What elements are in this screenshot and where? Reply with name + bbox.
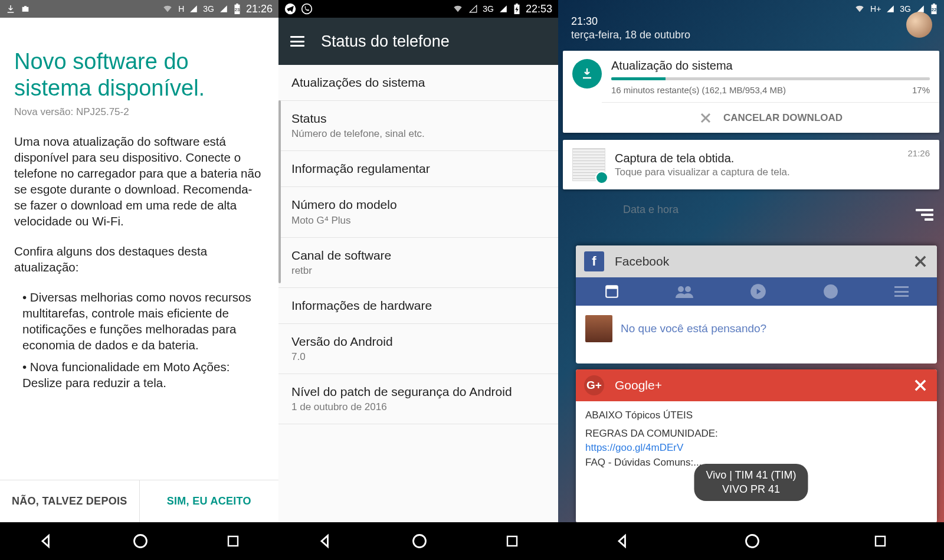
wifi-icon [854,4,866,14]
svg-point-3 [134,535,146,548]
setting-item[interactable]: Versão do Android7.0 [278,324,558,374]
panel-notification-shade: H+ 3G 22 21:30 terça-feira, 18 de outubr… [558,0,944,560]
nav-recents-icon[interactable] [505,534,519,548]
setting-subtitle: retbr [291,265,545,277]
signal-label: 3G [483,4,494,14]
nav-back-icon[interactable] [38,533,55,549]
svg-rect-8 [516,4,518,5]
svg-point-20 [746,535,758,548]
shade-drag-handle[interactable] [916,209,933,222]
setting-title: Informação regulamentar [291,162,545,176]
status-bar: H 3G 23 21:26 [0,0,278,18]
setting-item[interactable]: Atualizações do sistema [278,65,558,101]
setting-title: Atualizações do sistema [291,76,545,90]
update-desc-1: Uma nova atualização do software está di… [14,133,264,229]
update-title: Novo software do sistema disponível. [14,48,264,101]
update-desc-2: Confira alguns dos destaques desta atual… [14,243,264,275]
accept-button[interactable]: SIM, EU ACEITO [140,480,279,522]
setting-item[interactable]: Canal de softwareretbr [278,238,558,288]
signal-empty-icon [468,5,478,13]
svg-rect-21 [876,536,885,546]
setting-item[interactable]: Informação regulamentar [278,151,558,187]
setting-item[interactable]: Número do modeloMoto G⁴ Plus [278,187,558,238]
setting-title: Informações de hardware [291,299,545,313]
wifi-icon [452,4,464,14]
carrier-tooltip: Vivo | TIM 41 (TIM) VIVO PR 41 [694,464,808,501]
close-icon[interactable] [912,253,929,270]
svg-rect-15 [606,286,618,289]
facebook-icon: f [584,251,604,271]
recents-overview: f Facebook No que você está pensando? G+… [576,245,937,560]
nav-recents-icon[interactable] [226,534,240,548]
facebook-tabbar [576,277,937,306]
recent-card-facebook[interactable]: f Facebook No que você está pensando? [576,245,937,363]
panel-phone-status: 3G 22:53 Status do telefone Atualizações… [278,0,558,560]
recent-app-name: Google+ [615,378,662,392]
nav-home-icon[interactable] [132,533,149,549]
clock: 22:53 [526,3,552,15]
progress-bar [611,77,930,80]
setting-item[interactable]: Nível do patch de segurança do Android1 … [278,374,558,424]
profile-avatar[interactable] [906,12,932,38]
screenshot-thumb [572,148,605,181]
progress-percent: 17% [912,85,930,95]
gp-link[interactable]: https://goo.gl/4mDErV [585,441,927,456]
svg-text:22: 22 [932,7,937,12]
nav-bar [0,522,278,560]
feature-bullet-2: • Nova funcionalidade em Moto Ações: Des… [14,359,264,391]
composer-prompt: No que você está pensando? [621,322,766,335]
signal-label: 3G [900,4,911,14]
setting-item[interactable]: StatusNúmero de telefone, sinal etc. [278,101,558,151]
user-avatar [585,315,612,342]
notification-screenshot[interactable]: Captura de tela obtida. Toque para visua… [563,140,939,189]
toolbar: Status do telefone [278,18,558,65]
googleplus-icon: G+ [584,375,604,395]
friends-icon[interactable] [676,285,693,298]
video-icon[interactable] [750,283,766,300]
net-mode: H+ [870,4,881,14]
svg-point-9 [413,535,425,548]
settings-list[interactable]: Atualizações do sistemaStatusNúmero de t… [278,65,558,522]
setting-title: Canal de software [291,248,545,263]
close-icon[interactable] [912,377,929,394]
progress-text: 16 minutos restante(s) (162,1 MB/953,4 M… [611,85,786,95]
signal-icon [886,5,895,13]
facebook-composer[interactable]: No que você está pensando? [576,306,937,352]
svg-point-6 [302,4,312,14]
decline-button[interactable]: NÃO, TALVEZ DEPOIS [0,480,140,522]
setting-item[interactable]: Informações de hardware [278,288,558,324]
version-line: Nova versão: NPJ25.75-2 [14,106,264,118]
svg-point-16 [678,286,684,292]
cancel-download-button[interactable]: CANCELAR DOWNLOAD [602,102,939,133]
whatsapp-icon [301,3,313,15]
action-bar: NÃO, TALVEZ DEPOIS SIM, EU ACEITO [0,480,278,522]
svg-rect-4 [228,536,238,546]
feed-icon[interactable] [604,284,620,299]
bg-setting-peek: Data e hora [623,204,944,216]
download-icon [572,59,602,89]
globe-icon[interactable] [823,284,838,299]
nav-back-icon[interactable] [317,533,334,549]
notif-title: Atualização do sistema [611,59,930,73]
notif-time: 21:26 [907,148,930,158]
briefcase-icon [20,4,31,14]
menu-icon[interactable] [290,36,304,47]
notif-subtitle: Toque para visualizar a captura de tela. [615,166,790,178]
wifi-icon [162,4,173,14]
panel-system-update: H 3G 23 21:26 Novo software do sistema d… [0,0,278,560]
svg-rect-10 [507,536,517,546]
setting-title: Versão do Android [291,335,545,349]
setting-title: Número do modelo [291,198,545,212]
recent-app-name: Facebook [615,254,669,268]
svg-text:23: 23 [234,7,240,12]
nav-home-icon[interactable] [411,533,428,549]
nav-back-icon[interactable] [615,533,631,549]
nav-recents-icon[interactable] [873,534,887,548]
download-icon [6,4,15,14]
menu-icon[interactable] [894,286,909,297]
nav-bar [278,522,558,560]
nav-home-icon[interactable] [744,533,761,549]
scrollbar[interactable] [278,100,281,283]
notification-system-update[interactable]: Atualização do sistema 16 minutos restan… [563,51,939,133]
setting-subtitle: Número de telefone, sinal etc. [291,128,545,140]
